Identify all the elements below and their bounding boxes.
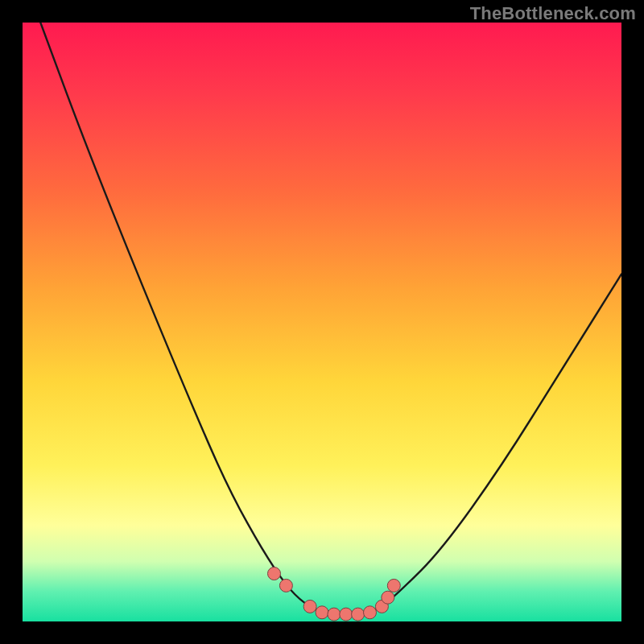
marker-point [340, 608, 353, 621]
marker-point [364, 606, 377, 619]
marker-point [387, 579, 400, 592]
marker-point [268, 568, 281, 580]
chart-frame: TheBottleneck.com [0, 0, 644, 644]
marker-point [303, 600, 316, 613]
watermark-text: TheBottleneck.com [470, 3, 636, 24]
curve-layer [23, 23, 621, 621]
marker-point [279, 579, 292, 592]
marker-point [328, 608, 341, 621]
marker-point [316, 606, 328, 619]
highlight-markers [268, 568, 401, 621]
marker-point [382, 591, 394, 604]
plot-area [23, 23, 621, 621]
marker-point [352, 608, 365, 621]
bottleneck-curve [40, 23, 621, 616]
